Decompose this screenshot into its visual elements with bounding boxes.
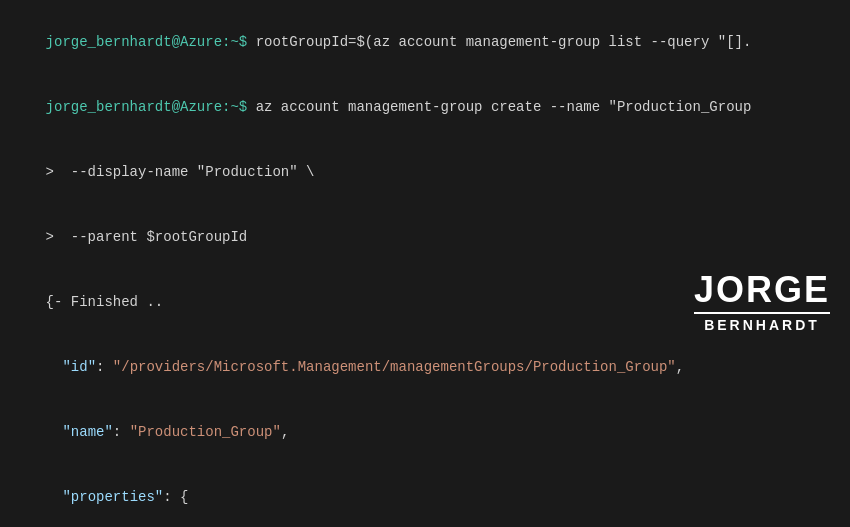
prompt-1: jorge_bernhardt@Azure:~$ — [46, 34, 248, 50]
terminal-line-1: jorge_bernhardt@Azure:~$ rootGroupId=$(a… — [12, 10, 838, 75]
json-id: "id": "/providers/Microsoft.Management/m… — [12, 335, 838, 400]
json-name: "name": "Production_Group", — [12, 400, 838, 465]
logo-jorge: JORGE — [694, 270, 830, 310]
terminal: jorge_bernhardt@Azure:~$ rootGroupId=$(a… — [0, 0, 850, 527]
terminal-line-3: > --display-name "Production" \ — [12, 140, 838, 205]
cont-2: > --parent $rootGroupId — [46, 229, 248, 245]
terminal-line-4: > --parent $rootGroupId — [12, 205, 838, 270]
finished-text: {- Finished .. — [46, 294, 164, 310]
cmd-1: rootGroupId=$(az account management-grou… — [247, 34, 751, 50]
json-properties: "properties": { — [12, 465, 838, 527]
cmd-2: az account management-group create --nam… — [247, 99, 751, 115]
cont-1: > --display-name "Production" \ — [46, 164, 315, 180]
logo-bernhardt: BERNHARDT — [694, 312, 830, 333]
prompt-2: jorge_bernhardt@Azure:~$ — [46, 99, 248, 115]
logo: JORGE BERNHARDT — [694, 270, 830, 333]
terminal-line-2: jorge_bernhardt@Azure:~$ az account mana… — [12, 75, 838, 140]
